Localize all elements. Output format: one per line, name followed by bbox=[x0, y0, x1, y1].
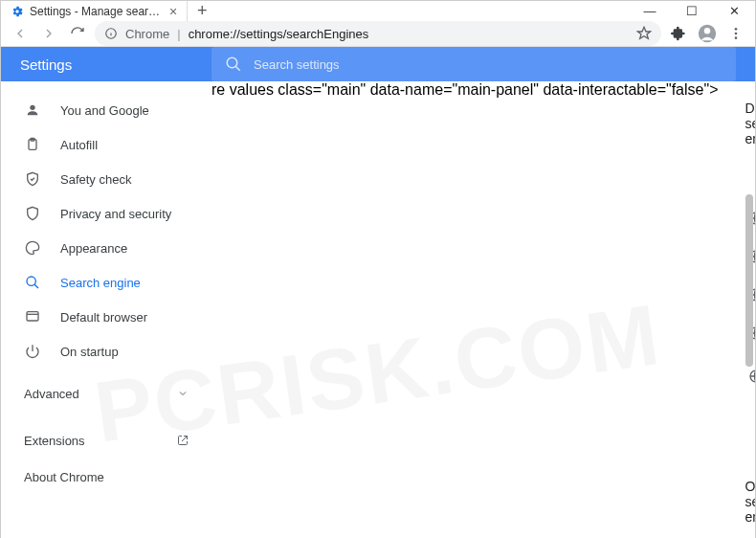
shield-icon bbox=[24, 206, 41, 221]
sidebar-item-label: Safety check bbox=[60, 172, 131, 187]
gear-icon bbox=[11, 5, 24, 18]
svg-point-5 bbox=[735, 28, 738, 31]
sidebar-item-safety-check[interactable]: Safety check bbox=[1, 162, 211, 196]
window-titlebar: Settings - Manage search engine × + — ☐ … bbox=[1, 1, 755, 21]
maximize-button[interactable]: ☐ bbox=[671, 1, 713, 21]
new-tab-button[interactable]: + bbox=[188, 1, 216, 21]
svg-rect-15 bbox=[27, 312, 38, 321]
sidebar-item-label: Extensions bbox=[24, 434, 85, 448]
external-link-icon bbox=[177, 435, 189, 446]
clipboard-icon bbox=[24, 137, 41, 152]
close-icon[interactable]: × bbox=[169, 4, 177, 19]
sidebar-about-chrome[interactable]: About Chrome bbox=[1, 459, 211, 495]
sidebar-item-privacy-security[interactable]: Privacy and security bbox=[1, 196, 211, 231]
sidebar-item-label: About Chrome bbox=[24, 470, 104, 484]
scrollbar-thumb[interactable] bbox=[745, 194, 753, 367]
info-icon bbox=[104, 27, 118, 40]
star-icon[interactable] bbox=[636, 26, 652, 41]
svg-point-8 bbox=[227, 57, 237, 68]
sidebar-item-autofill[interactable]: Autofill bbox=[1, 127, 211, 162]
svg-point-7 bbox=[735, 36, 738, 39]
search-icon bbox=[225, 56, 242, 73]
sidebar-item-default-browser[interactable]: Default browser bbox=[1, 300, 211, 334]
extensions-icon[interactable] bbox=[667, 22, 690, 45]
palette-icon bbox=[24, 240, 41, 256]
sidebar-item-appearance[interactable]: Appearance bbox=[1, 231, 211, 265]
menu-icon[interactable] bbox=[724, 22, 747, 45]
tab-title: Settings - Manage search engine bbox=[30, 5, 164, 18]
sidebar-item-label: Appearance bbox=[60, 241, 127, 256]
browser-icon bbox=[24, 309, 41, 325]
url-scheme: Chrome bbox=[125, 27, 169, 41]
svg-line-14 bbox=[34, 284, 38, 288]
sidebar-advanced-toggle[interactable]: Advanced bbox=[1, 374, 211, 413]
sidebar-item-label: On startup bbox=[60, 345, 119, 359]
url-path: chrome://settings/searchEngines bbox=[189, 27, 369, 41]
sidebar-item-search-engine[interactable]: Search engine bbox=[1, 265, 211, 300]
sidebar-item-label: You and Google bbox=[60, 103, 149, 118]
settings-sidebar: You and Google Autofill Safety check Pri… bbox=[1, 81, 211, 538]
svg-line-9 bbox=[235, 66, 240, 71]
url-field[interactable]: Chrome | chrome://settings/searchEngines bbox=[95, 21, 661, 46]
settings-header: Settings Search settings bbox=[1, 47, 755, 81]
power-icon bbox=[24, 344, 41, 359]
search-settings-input[interactable]: Search settings bbox=[211, 47, 736, 81]
sidebar-extensions-link[interactable]: Extensions bbox=[1, 422, 211, 459]
sidebar-item-on-startup[interactable]: On startup bbox=[1, 334, 211, 369]
back-button[interactable] bbox=[9, 22, 32, 45]
address-bar: Chrome | chrome://settings/searchEngines bbox=[1, 21, 755, 47]
search-placeholder: Search settings bbox=[254, 57, 340, 72]
forward-button[interactable] bbox=[37, 22, 60, 45]
sidebar-item-label: Autofill bbox=[60, 138, 98, 152]
sidebar-item-you-and-google[interactable]: You and Google bbox=[1, 93, 211, 127]
reload-button[interactable] bbox=[66, 22, 89, 45]
minimize-button[interactable]: — bbox=[629, 1, 671, 21]
person-icon bbox=[24, 102, 41, 118]
search-icon bbox=[24, 275, 41, 290]
svg-point-10 bbox=[30, 105, 34, 110]
svg-point-6 bbox=[735, 33, 738, 35]
svg-point-4 bbox=[704, 28, 710, 34]
sidebar-item-label: Search engine bbox=[60, 276, 141, 290]
profile-icon[interactable] bbox=[696, 22, 719, 45]
shield-check-icon bbox=[24, 171, 41, 187]
page-title: Settings bbox=[20, 56, 192, 73]
svg-point-13 bbox=[27, 277, 35, 285]
close-window-button[interactable]: ✕ bbox=[713, 1, 755, 21]
scrollbar-track[interactable] bbox=[745, 81, 753, 538]
chevron-down-icon bbox=[177, 388, 189, 399]
sidebar-item-label: Default browser bbox=[60, 310, 147, 325]
sidebar-item-label: Privacy and security bbox=[60, 207, 171, 221]
browser-tab[interactable]: Settings - Manage search engine × bbox=[1, 1, 188, 21]
sidebar-item-label: Advanced bbox=[24, 387, 79, 401]
